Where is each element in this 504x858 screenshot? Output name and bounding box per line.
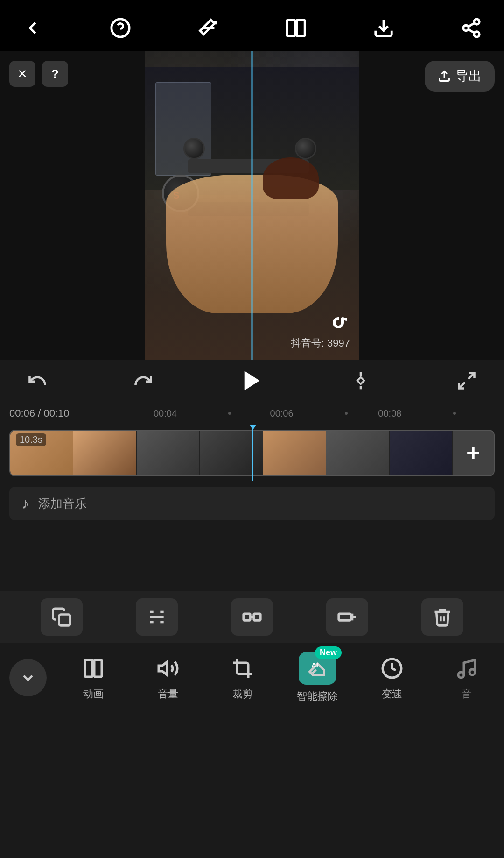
time-mark-1: 00:04: [154, 408, 177, 419]
export-button[interactable]: 导出: [425, 61, 495, 92]
svg-point-40: [469, 669, 475, 675]
svg-marker-36: [159, 662, 167, 675]
ai-erase-label: 智能擦除: [297, 689, 338, 703]
svg-marker-16: [357, 377, 364, 384]
ai-erase-tool[interactable]: New AI 智能擦除: [280, 652, 355, 703]
audio-icon: [455, 657, 478, 680]
undo-button[interactable]: [23, 367, 51, 395]
thumb-7: [390, 431, 453, 475]
playhead-triangle: [250, 425, 256, 430]
svg-rect-5: [287, 20, 295, 36]
svg-line-12: [468, 23, 474, 27]
audio-tool[interactable]: 音: [429, 654, 504, 701]
svg-point-10: [474, 32, 480, 37]
trim-middle-button[interactable]: [231, 598, 273, 636]
time-dot-1: [228, 412, 231, 415]
play-button[interactable]: [235, 364, 269, 397]
current-time-display: 00:06 / 00:10: [9, 407, 69, 419]
svg-text:AI: AI: [311, 661, 318, 669]
svg-rect-28: [244, 614, 251, 621]
compare-button[interactable]: [282, 14, 310, 42]
thumb-4: [200, 431, 263, 475]
video-preview-area: S 抖音号: 3997 ✕ ? 导出: [0, 51, 504, 360]
help-button[interactable]: [106, 14, 134, 42]
volume-tool[interactable]: 音量: [131, 654, 205, 701]
music-label: 添加音乐: [38, 496, 87, 512]
video-strip[interactable]: 10.3s: [9, 430, 495, 476]
duplicate-clip-button[interactable]: [41, 598, 83, 636]
redo-button[interactable]: [129, 367, 157, 395]
tiktok-logo: [329, 313, 348, 336]
animation-icon-wrap: [79, 654, 107, 682]
audio-icon-wrap: [453, 654, 481, 682]
fullscreen-button[interactable]: [453, 367, 481, 395]
svg-rect-34: [85, 660, 92, 677]
keyframe-button[interactable]: [347, 367, 375, 395]
watermark-text: 抖音号: 3997: [291, 336, 350, 350]
speed-icon-wrap: [378, 654, 406, 682]
volume-icon-wrap: [154, 654, 182, 682]
collapse-button[interactable]: [9, 659, 47, 696]
crop-tool[interactable]: 裁剪: [205, 654, 280, 701]
time-marks-row: 00:04 00:06 00:08: [78, 404, 495, 423]
svg-rect-29: [254, 614, 261, 621]
svg-point-9: [463, 25, 469, 31]
thumb-3: [137, 431, 200, 475]
timeline-section: 00:06 / 00:10 00:04 00:06 00:08 10.3s: [0, 402, 504, 591]
thumb-5: [263, 431, 326, 475]
video-frame: S 抖音号: 3997: [145, 51, 359, 360]
thumb-6: [326, 431, 389, 475]
music-icon: ♪: [21, 495, 29, 512]
volume-icon: [157, 657, 179, 680]
time-mark-2: 00:06: [270, 408, 294, 419]
share-button[interactable]: [457, 14, 485, 42]
crop-label: 裁剪: [232, 687, 253, 701]
animation-tool[interactable]: 动画: [56, 654, 131, 701]
back-button[interactable]: [19, 14, 47, 42]
ai-erase-icon: AI: [307, 658, 328, 679]
svg-point-8: [474, 19, 480, 25]
ai-erase-icon-wrap: New AI: [299, 652, 336, 685]
magic-edit-button[interactable]: [194, 14, 222, 42]
timeline-empty-area: [0, 526, 504, 591]
crop-icon: [231, 657, 254, 680]
speed-tool[interactable]: 变速: [355, 654, 429, 701]
export-label: 导出: [455, 67, 482, 85]
video-thumbnails: [10, 431, 453, 475]
playback-controls: [0, 360, 504, 402]
bottom-toolbar: 动画 音量 裁剪 New AI: [0, 643, 504, 717]
delete-clip-button[interactable]: [421, 598, 463, 636]
svg-marker-14: [245, 371, 260, 390]
add-clip-button[interactable]: [453, 431, 494, 475]
volume-label: 音量: [158, 687, 178, 701]
speed-icon: [381, 657, 403, 680]
svg-rect-6: [297, 20, 305, 36]
clip-duration-label: 10.3s: [16, 433, 46, 446]
animation-icon: [82, 657, 105, 680]
close-preview-button[interactable]: ✕: [9, 61, 35, 87]
time-ruler: 00:06 / 00:10 00:04 00:06 00:08: [0, 402, 504, 425]
music-track[interactable]: ♪ 添加音乐: [9, 487, 495, 520]
svg-line-11: [468, 29, 474, 33]
download-button[interactable]: [370, 14, 398, 42]
audio-label: 音: [462, 687, 472, 701]
trim-end-button[interactable]: [326, 598, 368, 636]
help-overlay-button[interactable]: ?: [42, 61, 68, 87]
animation-label: 动画: [83, 687, 104, 701]
edit-toolbar: [0, 591, 504, 643]
thumb-2: [73, 431, 136, 475]
new-badge: New: [315, 646, 342, 659]
crop-icon-wrap: [229, 654, 257, 682]
video-strip-container: 10.3s: [0, 425, 504, 481]
svg-rect-22: [59, 615, 70, 626]
time-mark-3: 00:08: [378, 408, 401, 419]
top-navigation: [0, 0, 504, 51]
time-dot-3: [453, 412, 456, 415]
time-dot-2: [345, 412, 348, 415]
svg-point-39: [458, 672, 464, 678]
speed-label: 变速: [382, 687, 402, 701]
svg-rect-31: [339, 614, 351, 621]
split-multi-button[interactable]: [136, 598, 178, 636]
svg-rect-35: [94, 660, 102, 677]
